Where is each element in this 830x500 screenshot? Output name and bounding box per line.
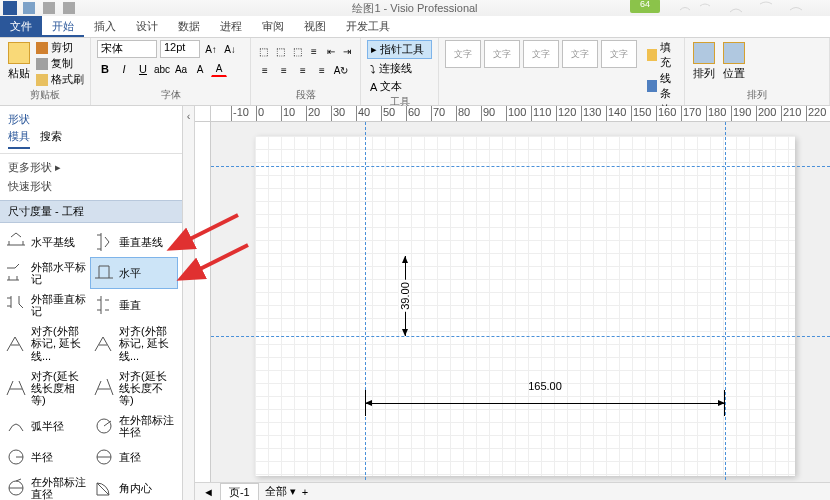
shape-item[interactable]: 对齐(延长线长度相等) [2, 366, 90, 410]
bullets-button[interactable]: ≡ [307, 43, 321, 59]
italic-button[interactable]: I [116, 61, 132, 77]
shrink-font-button[interactable]: A↓ [222, 41, 238, 57]
save-icon[interactable] [23, 2, 35, 14]
case-button[interactable]: Aa [173, 61, 189, 77]
fill-button[interactable]: 填充 [647, 40, 678, 70]
shape-item[interactable]: 对齐(延长线长度不等) [90, 366, 178, 410]
fill-icon [647, 49, 657, 61]
text-tool-button[interactable]: A文本 [367, 78, 432, 95]
shape-item[interactable]: 垂直 [90, 289, 178, 321]
quick-shapes-link[interactable]: 快速形状 [8, 177, 174, 196]
shape-item[interactable]: 半径 [2, 442, 90, 472]
paste-button[interactable]: 粘贴 [6, 40, 32, 83]
text-icon: A [370, 81, 377, 93]
indent-inc-button[interactable]: ⇥ [340, 43, 354, 59]
connector-icon: ⤵ [370, 63, 376, 75]
font-size-button[interactable]: A [192, 61, 208, 77]
shape-item[interactable]: 在外部标注直径 [2, 472, 90, 500]
align-bottom-button[interactable]: ⬚ [290, 43, 304, 59]
align-center-button[interactable]: ≡ [276, 62, 292, 78]
paste-icon [8, 42, 30, 64]
style-preset[interactable]: 文字 [523, 40, 559, 68]
tab-home[interactable]: 开始 [42, 16, 84, 37]
strike-button[interactable]: abc [154, 61, 170, 77]
position-button[interactable]: 位置 [721, 40, 747, 83]
shape-item[interactable]: 垂直基线 [90, 227, 178, 257]
shape-item[interactable]: 外部水平标记 [2, 257, 90, 289]
style-preset[interactable]: 文字 [562, 40, 598, 68]
tab-view[interactable]: 视图 [294, 16, 336, 37]
pointer-tool-button[interactable]: ▸指针工具 [367, 40, 432, 59]
page-tab[interactable]: 页-1 [220, 483, 259, 501]
tab-file[interactable]: 文件 [0, 16, 42, 37]
shape-item[interactable]: 在外部标注半径 [90, 410, 178, 442]
group-shape-styles: 文字 文字 文字 文字 文字 填充 线条 效果 形状样式 [439, 38, 685, 105]
collapse-panel-button[interactable]: ‹ [183, 106, 195, 500]
align-top-button[interactable]: ⬚ [257, 43, 271, 59]
style-preset[interactable]: 文字 [445, 40, 481, 68]
guide-horizontal[interactable] [211, 166, 830, 167]
nav-prev-icon[interactable]: ◄ [203, 486, 214, 498]
tab-insert[interactable]: 插入 [84, 16, 126, 37]
vertical-dimension[interactable]: 39.00 [395, 256, 415, 336]
more-shapes-link[interactable]: 更多形状 ▸ [8, 158, 174, 177]
justify-button[interactable]: ≡ [314, 62, 330, 78]
tab-data[interactable]: 数据 [168, 16, 210, 37]
tab-developer[interactable]: 开发工具 [336, 16, 400, 37]
canvas-area[interactable]: -100102030405060708090100110120130140150… [195, 106, 830, 500]
tab-review[interactable]: 审阅 [252, 16, 294, 37]
guide-vertical[interactable] [725, 122, 726, 500]
guide-horizontal[interactable] [211, 336, 830, 337]
shape-icon [5, 415, 27, 437]
vertical-ruler[interactable] [195, 122, 211, 500]
shape-item[interactable]: 水平 [90, 257, 178, 289]
style-preset[interactable]: 文字 [601, 40, 637, 68]
all-pages-button[interactable]: 全部 ▾ [265, 484, 296, 499]
rotate-text-button[interactable]: A↻ [333, 62, 349, 78]
underline-button[interactable]: U [135, 61, 151, 77]
grow-font-button[interactable]: A↑ [203, 41, 219, 57]
shape-icon [5, 333, 27, 355]
shape-item[interactable]: 弧半径 [2, 410, 90, 442]
shape-label: 对齐(延长线长度相等) [31, 370, 87, 406]
horizontal-ruler[interactable]: -100102030405060708090100110120130140150… [211, 106, 830, 122]
align-middle-button[interactable]: ⬚ [274, 43, 288, 59]
arrange-button[interactable]: 排列 [691, 40, 717, 83]
bold-button[interactable]: B [97, 61, 113, 77]
tab-design[interactable]: 设计 [126, 16, 168, 37]
drawing-page[interactable] [255, 136, 795, 476]
undo-icon[interactable] [43, 2, 55, 14]
shape-icon [5, 231, 27, 253]
copy-button[interactable]: 复制 [36, 56, 84, 71]
indent-dec-button[interactable]: ⇤ [324, 43, 338, 59]
shape-item[interactable]: 水平基线 [2, 227, 90, 257]
guide-vertical[interactable] [365, 122, 366, 500]
shapes-tab-stencils[interactable]: 模具 [8, 129, 30, 149]
shapes-category[interactable]: 尺寸度量 - 工程 [0, 200, 182, 223]
font-name-select[interactable]: 宋体 [97, 40, 157, 58]
group-label: 段落 [257, 88, 354, 103]
shapes-tab-search[interactable]: 搜索 [40, 129, 62, 149]
style-preset[interactable]: 文字 [484, 40, 520, 68]
shape-item[interactable]: 直径 [90, 442, 178, 472]
window-title: 绘图1 - Visio Professional [352, 1, 477, 16]
font-color-button[interactable]: A [211, 61, 227, 77]
shape-label: 在外部标注半径 [119, 414, 175, 438]
font-size-select[interactable]: 12pt [160, 40, 200, 58]
shape-item[interactable]: 对齐(外部标记, 延长线... [90, 321, 178, 365]
shape-item[interactable]: 外部垂直标记 [2, 289, 90, 321]
align-right-button[interactable]: ≡ [295, 62, 311, 78]
shape-item[interactable]: 对齐(外部标记, 延长线... [2, 321, 90, 365]
redo-icon[interactable] [63, 2, 75, 14]
add-page-button[interactable]: + [302, 486, 308, 498]
shape-icon [5, 477, 27, 499]
shape-item[interactable]: 角内心 [90, 472, 178, 500]
horizontal-dimension[interactable]: 165.00 [365, 396, 725, 410]
cut-button[interactable]: 剪切 [36, 40, 84, 55]
line-button[interactable]: 线条 [647, 71, 678, 101]
tab-process[interactable]: 进程 [210, 16, 252, 37]
connector-tool-button[interactable]: ⤵连接线 [367, 60, 432, 77]
align-left-button[interactable]: ≡ [257, 62, 273, 78]
painter-icon [36, 74, 48, 86]
format-painter-button[interactable]: 格式刷 [36, 72, 84, 87]
